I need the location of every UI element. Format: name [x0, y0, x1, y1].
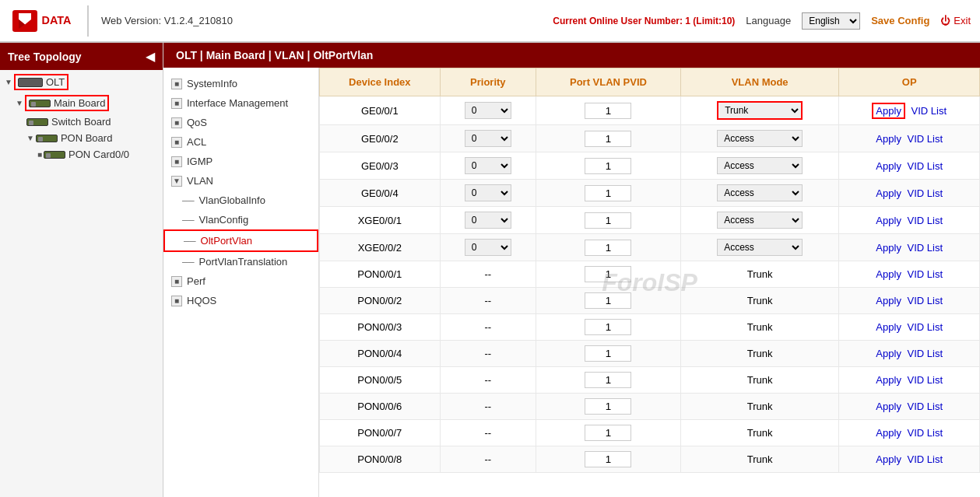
- menu-item-acl[interactable]: ■ ACL: [163, 132, 318, 152]
- pvid-input[interactable]: [585, 103, 631, 119]
- dot-icon: ──: [182, 196, 195, 205]
- pvid-input[interactable]: [585, 158, 631, 174]
- priority-select[interactable]: 0: [465, 239, 511, 256]
- vid-list-link[interactable]: VID List: [908, 295, 943, 306]
- vlan-mode-select[interactable]: AccessTrunk: [717, 184, 803, 201]
- vid-list-link[interactable]: VID List: [908, 133, 943, 145]
- priority: --: [440, 420, 536, 446]
- menu-label-systeminfo: SystemInfo: [187, 78, 237, 89]
- apply-button[interactable]: Apply: [876, 401, 901, 412]
- pvid-input[interactable]: [585, 266, 631, 282]
- vlan-mode: TrunkAccess: [680, 96, 839, 125]
- vid-list-link[interactable]: VID List: [908, 401, 943, 412]
- apply-button[interactable]: Apply: [876, 453, 901, 465]
- apply-button[interactable]: Apply: [872, 103, 905, 119]
- pvid-input[interactable]: [585, 398, 631, 415]
- priority-select[interactable]: 0: [465, 184, 511, 201]
- pvid-input[interactable]: [585, 345, 631, 362]
- pvid: [536, 261, 681, 288]
- vid-list-link[interactable]: VID List: [908, 321, 943, 333]
- main-board-box: Main Board: [25, 95, 109, 111]
- menu-item-port-vlan-translation[interactable]: ── PortVlanTranslation: [163, 252, 318, 271]
- vid-list-link[interactable]: VID List: [908, 242, 943, 254]
- pon-board-icon: [36, 135, 58, 142]
- sidebar-header: Tree Topology ◀: [0, 43, 163, 70]
- priority: --: [440, 394, 536, 420]
- apply-button[interactable]: Apply: [876, 348, 901, 359]
- apply-button[interactable]: Apply: [876, 187, 901, 199]
- table-wrapper: ForoISP Device Index Priority Port VLAN …: [319, 68, 980, 497]
- vid-list-link[interactable]: VID List: [908, 427, 943, 439]
- pvid-input[interactable]: [585, 292, 631, 309]
- vid-list-link[interactable]: VID List: [908, 215, 943, 226]
- vlan-mode-select[interactable]: AccessTrunk: [717, 239, 803, 256]
- menu-item-vlan-config[interactable]: ── VlanConfig: [163, 210, 318, 229]
- menu-item-hqos[interactable]: ■ HQOS: [163, 291, 318, 310]
- pvid: [536, 341, 681, 367]
- apply-button[interactable]: Apply: [876, 268, 901, 280]
- pvid: [536, 180, 681, 207]
- pvid-input[interactable]: [585, 240, 631, 256]
- tree-item-olt[interactable]: ▼ OLT: [0, 72, 163, 93]
- priority-select[interactable]: 0: [465, 212, 511, 229]
- pvid-input[interactable]: [585, 451, 631, 467]
- priority-select[interactable]: 0: [465, 157, 511, 174]
- apply-button[interactable]: Apply: [876, 295, 901, 306]
- priority-select[interactable]: 01234567: [465, 102, 511, 119]
- vlan-mode-select[interactable]: TrunkAccess: [717, 101, 803, 120]
- pvid-input[interactable]: [585, 425, 631, 441]
- pvid-input[interactable]: [585, 372, 631, 388]
- breadcrumb: OLT | Main Board | VLAN | OltPortVlan: [163, 43, 980, 68]
- pvid-input[interactable]: [585, 131, 631, 147]
- pvid-input[interactable]: [585, 185, 631, 201]
- menu-item-interface[interactable]: ■ Interface Management: [163, 93, 318, 113]
- menu-item-olt-port-vlan[interactable]: ── OltPortVlan: [163, 229, 318, 252]
- apply-button[interactable]: Apply: [876, 374, 901, 386]
- language-select[interactable]: English Chinese: [802, 12, 860, 30]
- tree-item-switch-board[interactable]: Switch Board: [22, 114, 163, 130]
- apply-button[interactable]: Apply: [876, 133, 901, 145]
- priority: --: [440, 314, 536, 341]
- vid-list-link[interactable]: VID List: [908, 160, 943, 172]
- tree-item-pon-card[interactable]: ■ PON Card0/0: [33, 146, 163, 163]
- menu-item-qos[interactable]: ■ QoS: [163, 113, 318, 132]
- vid-list-link[interactable]: VID List: [908, 268, 943, 280]
- apply-button[interactable]: Apply: [876, 160, 901, 172]
- menu-item-vlan-global[interactable]: ── VlanGlobalInfo: [163, 191, 318, 210]
- priority-select[interactable]: 0: [465, 130, 511, 147]
- save-config-button[interactable]: Save Config: [871, 15, 929, 26]
- menu-item-systeminfo[interactable]: ■ SystemInfo: [163, 74, 318, 93]
- vid-list-link[interactable]: VID List: [908, 348, 943, 359]
- content-with-menu: ■ SystemInfo ■ Interface Management ■ Qo…: [163, 68, 980, 497]
- device-index: PON0/0/2: [320, 288, 441, 314]
- vlan-mode-select[interactable]: AccessTrunk: [717, 157, 803, 174]
- priority: --: [440, 261, 536, 288]
- expand-icon: ■: [171, 137, 182, 148]
- vid-list-link[interactable]: VID List: [908, 187, 943, 199]
- apply-button[interactable]: Apply: [876, 321, 901, 333]
- vid-list-link[interactable]: VID List: [908, 453, 943, 465]
- device-index: GE0/0/4: [320, 180, 441, 207]
- exit-button[interactable]: ⏻ Exit: [940, 15, 971, 26]
- pvid: [536, 446, 681, 473]
- table-row: XGE0/0/2 0 AccessTrunk Apply VID List: [320, 234, 980, 261]
- col-op: OP: [839, 68, 980, 96]
- vid-list-link[interactable]: VID List: [908, 374, 943, 386]
- vlan-mode-select[interactable]: AccessTrunk: [717, 212, 803, 229]
- menu-item-vlan[interactable]: ▼ VLAN: [163, 171, 318, 191]
- pvid-input[interactable]: [585, 212, 631, 229]
- pvid-input[interactable]: [585, 319, 631, 335]
- menu-item-igmp[interactable]: ■ IGMP: [163, 152, 318, 171]
- apply-button[interactable]: Apply: [876, 427, 901, 439]
- table-row: GE0/0/4 0 AccessTrunk Apply VID List: [320, 180, 980, 207]
- table-row: PON0/0/3 -- Trunk Apply VID List: [320, 314, 980, 341]
- vid-list-link[interactable]: VID List: [912, 105, 947, 117]
- apply-button[interactable]: Apply: [876, 242, 901, 254]
- tree-item-pon-board[interactable]: ▼ PON Board: [22, 130, 163, 146]
- tree-item-main-board[interactable]: ▼ Main Board: [11, 93, 163, 114]
- menu-item-perf[interactable]: ■ Perf: [163, 271, 318, 291]
- vlan-mode-select[interactable]: AccessTrunk: [717, 130, 803, 147]
- sidebar-collapse-button[interactable]: ◀: [146, 49, 155, 64]
- pvid: [536, 420, 681, 446]
- apply-button[interactable]: Apply: [876, 215, 901, 226]
